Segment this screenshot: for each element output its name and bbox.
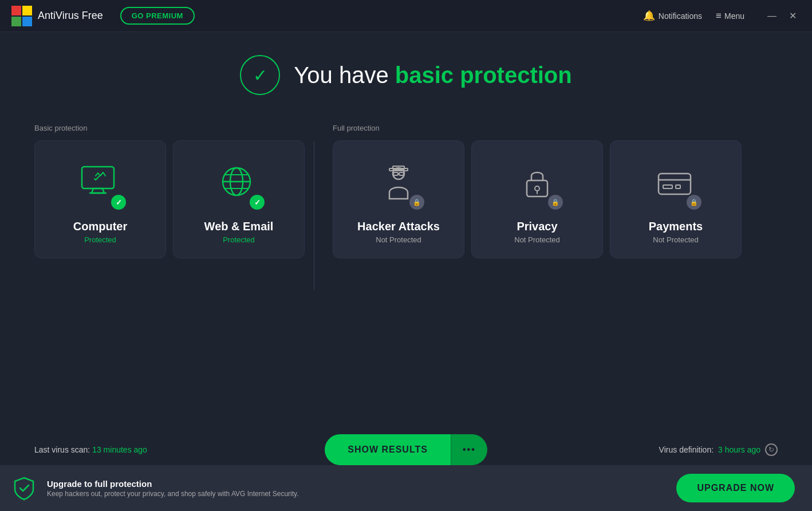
upgrade-shield-icon <box>11 475 37 501</box>
svg-rect-12 <box>393 172 398 175</box>
bell-icon: 🔔 <box>643 10 655 22</box>
more-options-button[interactable]: ••• <box>451 434 487 465</box>
virus-def-prefix: Virus definition: <box>659 445 714 454</box>
status-header: ✓ You have basic protection <box>34 55 778 95</box>
section-divider <box>314 141 314 290</box>
web-email-card-status: Protected <box>223 235 255 244</box>
upgrade-subtitle: Keep hackers out, protect your privacy, … <box>47 490 666 498</box>
basic-cards-row: ✓ Computer Protected <box>34 140 305 258</box>
svg-rect-13 <box>399 172 404 175</box>
status-circle: ✓ <box>240 55 280 95</box>
refresh-icon[interactable]: ↻ <box>765 443 778 456</box>
full-section: Full protection <box>333 124 778 290</box>
status-highlight: basic protection <box>395 62 572 88</box>
status-prefix: You have <box>294 62 395 88</box>
hacker-icon-area: 🔒 <box>373 158 424 210</box>
privacy-card-title: Privacy <box>517 220 557 233</box>
payments-card[interactable]: 🔒 Payments Not Protected <box>610 140 742 258</box>
upgrade-now-button[interactable]: UPGRADE NOW <box>676 474 795 502</box>
app-title: AntiVirus Free <box>38 10 103 22</box>
full-cards-row: 🔒 Hacker Attacks Not Protected <box>333 140 778 258</box>
virus-def-value: 3 hours ago <box>718 445 760 454</box>
payments-icon-area: 🔒 <box>650 158 701 210</box>
web-email-status-badge: ✓ <box>250 195 265 210</box>
web-email-card[interactable]: ✓ Web & Email Protected <box>173 140 305 258</box>
bottom-bar: Last virus scan: 13 minutes ago SHOW RES… <box>0 434 812 465</box>
protection-sections: Basic protection ✓ Computer <box>34 124 778 290</box>
main-content: ✓ You have basic protection Basic protec… <box>0 32 812 290</box>
close-button[interactable]: ✕ <box>785 8 801 24</box>
computer-status-badge: ✓ <box>111 195 126 210</box>
scan-info: Last virus scan: 13 minutes ago <box>34 445 325 454</box>
checkmark-icon: ✓ <box>253 65 267 85</box>
menu-nav[interactable]: ≡ Menu <box>716 10 744 22</box>
show-results-wrapper: SHOW RESULTS ••• <box>325 434 487 465</box>
upgrade-footer: Upgrade to full protection Keep hackers … <box>0 465 812 511</box>
svg-rect-1 <box>22 6 32 15</box>
titlebar-right: 🔔 Notifications ≡ Menu — ✕ <box>643 8 801 24</box>
logo-area: AntiVirus Free GO PREMIUM <box>11 6 195 26</box>
computer-card-title: Computer <box>73 220 127 233</box>
last-scan-prefix: Last virus scan: <box>34 445 92 454</box>
privacy-card-status: Not Protected <box>514 235 560 244</box>
basic-section: Basic protection ✓ Computer <box>34 124 305 290</box>
svg-rect-0 <box>11 6 21 15</box>
window-controls: — ✕ <box>764 8 801 24</box>
notifications-nav[interactable]: 🔔 Notifications <box>643 10 702 22</box>
computer-card[interactable]: ✓ Computer Protected <box>34 140 166 258</box>
hacker-attacks-card[interactable]: 🔒 Hacker Attacks Not Protected <box>333 140 464 258</box>
svg-rect-23 <box>676 185 680 188</box>
menu-label: Menu <box>724 11 744 21</box>
full-section-label: Full protection <box>333 124 778 132</box>
go-premium-button[interactable]: GO PREMIUM <box>120 7 195 25</box>
payments-status-badge: 🔒 <box>687 195 701 210</box>
privacy-status-badge: 🔒 <box>548 195 563 210</box>
svg-rect-20 <box>659 174 691 194</box>
web-email-card-title: Web & Email <box>204 220 274 233</box>
status-text: You have basic protection <box>294 62 571 88</box>
payments-card-status: Not Protected <box>653 235 699 244</box>
svg-point-18 <box>535 186 539 191</box>
svg-rect-3 <box>22 17 32 26</box>
svg-rect-2 <box>11 17 21 26</box>
privacy-card[interactable]: 🔒 Privacy Not Protected <box>471 140 603 258</box>
titlebar: AntiVirus Free GO PREMIUM 🔔 Notification… <box>0 0 812 32</box>
avg-logo-icon <box>11 6 32 26</box>
menu-icon: ≡ <box>716 10 721 22</box>
web-email-icon-area: ✓ <box>213 158 265 210</box>
basic-section-label: Basic protection <box>34 124 305 132</box>
minimize-button[interactable]: — <box>764 8 780 24</box>
payments-card-title: Payments <box>649 220 703 233</box>
upgrade-text-area: Upgrade to full protection Keep hackers … <box>47 479 666 498</box>
hacker-card-status: Not Protected <box>376 235 421 244</box>
privacy-icon-area: 🔒 <box>511 158 563 210</box>
hacker-card-title: Hacker Attacks <box>357 220 440 233</box>
show-results-button[interactable]: SHOW RESULTS <box>325 434 451 465</box>
hacker-status-badge: 🔒 <box>409 195 424 210</box>
computer-icon-area: ✓ <box>74 158 126 210</box>
upgrade-title: Upgrade to full protection <box>47 479 666 489</box>
last-scan-value: 13 minutes ago <box>92 445 147 454</box>
virus-definition: Virus definition: 3 hours ago ↻ <box>487 443 778 456</box>
computer-card-status: Protected <box>84 235 116 244</box>
svg-rect-22 <box>663 185 672 188</box>
notifications-label: Notifications <box>659 11 702 21</box>
